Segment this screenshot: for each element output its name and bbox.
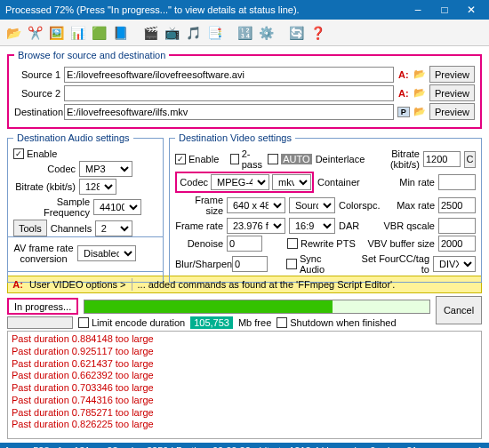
progress-bar — [84, 300, 430, 314]
blursharp-input[interactable] — [232, 256, 268, 272]
source2-input[interactable] — [64, 85, 394, 101]
browse-section: Browse for source and destination Source… — [7, 50, 482, 129]
fourcc-label: Set FourCC/tag to — [354, 253, 429, 275]
audio-legend: Destination Audio settings — [13, 132, 133, 143]
folder-icon-1[interactable]: 📂 — [413, 68, 426, 80]
toolbar-icon-1[interactable]: 📂 — [4, 23, 23, 43]
mbfree-value: 105,753 — [190, 316, 233, 329]
toolbar-icon-11[interactable]: 🔢 — [235, 23, 254, 43]
shutdown-checkbox[interactable]: Shutdown when finished — [277, 317, 396, 328]
fourcc-select[interactable]: DIVX — [433, 256, 476, 272]
preview-button-1[interactable]: Preview — [429, 66, 475, 83]
avframe-label: AV frame rate conversion — [13, 243, 74, 264]
toolbar-icon-7[interactable]: 🎬 — [140, 23, 160, 43]
framerate-select[interactable]: 23.976 fps — [227, 218, 285, 234]
preview-button-2[interactable]: Preview — [429, 84, 475, 101]
minrate-label: Min rate — [399, 177, 435, 188]
close-button[interactable]: ✕ — [459, 2, 484, 18]
console-output[interactable]: Past duration 0.884148 too largePast dur… — [7, 331, 482, 439]
toolbar-icon-10[interactable]: 📑 — [204, 23, 224, 43]
toolbar-icon-12[interactable]: ⚙️ — [256, 23, 276, 43]
destination-label: Destination — [14, 107, 60, 117]
sample-freq-label: Sample Frequency — [13, 196, 90, 218]
rewritepts-checkbox[interactable]: Rewrite PTS — [287, 238, 356, 249]
toolbar-icon-9[interactable]: 🎵 — [183, 23, 203, 43]
avframe-select[interactable]: Disabled — [77, 245, 136, 261]
browse-legend: Browse for source and destination — [14, 50, 169, 60]
audio-bitrate-select[interactable]: 128 — [79, 179, 116, 195]
sample-freq-select[interactable]: 44100 — [93, 199, 141, 215]
vbvbuffer-input[interactable] — [438, 236, 476, 252]
maxrate-label: Max rate — [397, 200, 435, 211]
audio-bitrate-label: Bitrate (kbit/s) — [13, 181, 76, 192]
bitrate-right-label: Bitrate (kbit/s) — [372, 148, 420, 170]
user-video-msg: ... added commands as found at the 'FFmp… — [138, 279, 396, 290]
p-icon[interactable]: P — [397, 107, 410, 117]
blursharp-label: Blur/Sharpen — [175, 259, 228, 269]
toolbar-icon-5[interactable]: 🟩 — [89, 23, 108, 43]
framesize-mode-select[interactable]: Source — [289, 197, 335, 213]
audio-codec-label: Codec — [13, 164, 76, 174]
deinterlace-label: Deinterlace — [316, 154, 365, 164]
video-enable-checkbox[interactable]: ✓Enable — [175, 154, 219, 164]
bitrate-input[interactable] — [423, 151, 461, 167]
channels-label: Channels — [51, 223, 92, 234]
maxrate-input[interactable] — [438, 197, 476, 213]
c-button[interactable]: C — [464, 151, 476, 168]
a-icon-2[interactable]: A: — [397, 88, 410, 99]
toolbar-icon-3[interactable]: 🖼️ — [46, 23, 66, 43]
channels-select[interactable]: 2 — [95, 220, 132, 236]
destination-input[interactable] — [64, 104, 394, 120]
toolbar-icon-2[interactable]: ✂️ — [25, 23, 44, 43]
limit-duration-checkbox[interactable]: Limit encode duration — [78, 317, 185, 328]
source2-label: Source 2 — [14, 88, 60, 99]
denoise-input[interactable] — [227, 236, 262, 252]
toolbar-icon-6[interactable]: 📘 — [110, 23, 130, 43]
toolbar-icon-13[interactable]: 🔄 — [286, 23, 306, 43]
titlebar: Processed 72% (Press "In progress..." to… — [0, 0, 489, 20]
folder-icon-3[interactable]: 📂 — [413, 106, 426, 117]
avframe-section: AV frame rate conversion Disabled — [7, 236, 164, 272]
framerate-label: Frame rate — [175, 220, 223, 231]
user-video-options[interactable]: User VIDEO options > — [29, 279, 126, 290]
audio-enable-checkbox[interactable]: ✓Enable — [13, 148, 57, 159]
twopass-checkbox[interactable]: 2-pass — [230, 148, 264, 170]
syncaudio-checkbox[interactable]: Sync Audio — [286, 253, 346, 275]
minimize-button[interactable]: – — [405, 2, 430, 18]
minrate-input[interactable] — [438, 174, 476, 190]
tools-button[interactable]: Tools — [13, 220, 47, 236]
toolbar-icon-14[interactable]: ❓ — [308, 23, 327, 43]
auto-checkbox[interactable]: AUTO — [268, 154, 311, 164]
framesize-select[interactable]: 640 x 480 — [227, 197, 285, 213]
colorspc-label: Colorspc. — [339, 200, 380, 211]
vbrqscale-label: VBR qscale — [384, 220, 435, 231]
cancel-button[interactable]: Cancel — [436, 296, 482, 324]
in-progress-button[interactable]: In progress... — [7, 298, 78, 315]
a-icon-1[interactable]: A: — [397, 69, 410, 80]
source1-label: Source 1 — [14, 69, 60, 80]
a-icon-3[interactable]: A: — [12, 279, 24, 290]
video-codec-select[interactable]: MPEG-4 — [211, 174, 269, 190]
audio-codec-select[interactable]: MP3 — [79, 161, 132, 177]
container-label: Container — [317, 177, 360, 188]
container-select[interactable]: mkv — [272, 174, 311, 190]
toolbar: 📂 ✂️ 🖼️ 📊 🟩 📘 🎬 📺 🎵 📑 🔢 ⚙️ 🔄 ❓ — [0, 20, 489, 46]
vbvbuffer-label: VBV buffer size — [367, 238, 435, 249]
maximize-button[interactable]: □ — [432, 2, 457, 18]
folder-icon-2[interactable]: 📂 — [413, 87, 426, 99]
window-title: Processed 72% (Press "In progress..." to… — [5, 4, 300, 15]
source1-input[interactable] — [64, 67, 394, 83]
status-bar: frame 528 - fps 131 - q 02 - size 3259 k… — [0, 443, 489, 448]
toolbar-icon-4[interactable]: 📊 — [68, 23, 87, 43]
framesize-label: Frame size — [175, 195, 223, 216]
sub-progress — [7, 316, 73, 329]
framerate-ar-select[interactable]: 16:9 — [289, 218, 335, 234]
vbrqscale-input[interactable] — [438, 218, 476, 234]
video-section: Destination Video settings ✓Enable 2-pas… — [169, 132, 482, 283]
preview-button-3[interactable]: Preview — [429, 103, 475, 120]
dar-label: DAR — [339, 220, 359, 231]
mbfree-label: Mb free — [238, 317, 271, 328]
denoise-label: Denoise — [175, 238, 223, 249]
toolbar-icon-8[interactable]: 📺 — [162, 23, 181, 43]
video-codec-label: Codec — [178, 177, 208, 188]
